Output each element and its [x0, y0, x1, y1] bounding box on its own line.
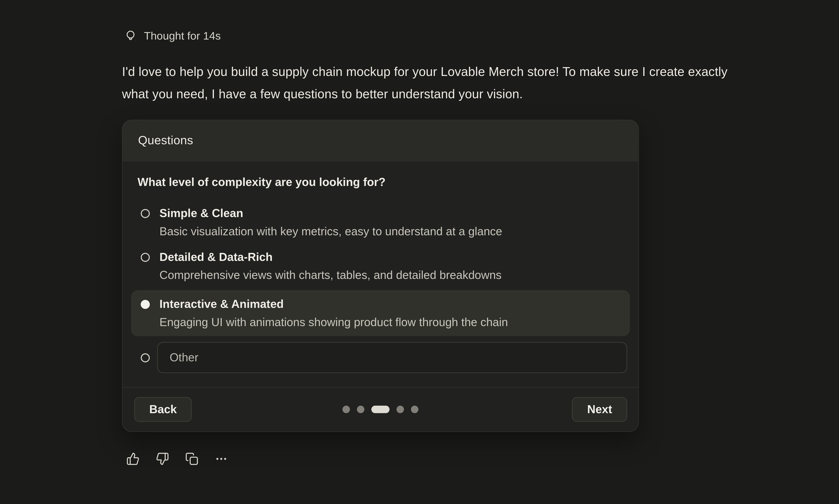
option-simple-clean[interactable]: Simple & Clean Basic visualization with … [131, 202, 630, 242]
option-label: Simple & Clean [159, 204, 502, 222]
radio-unselected-icon[interactable] [141, 353, 150, 362]
option-other[interactable] [131, 342, 630, 373]
thought-duration-label: Thought for 14s [144, 29, 221, 42]
options-list: Simple & Clean Basic visualization with … [131, 202, 630, 373]
thumbs-down-icon [156, 452, 169, 465]
option-description: Comprehensive views with charts, tables,… [159, 266, 502, 284]
copy-icon [185, 452, 198, 465]
option-label: Detailed & Data-Rich [159, 248, 502, 266]
back-button[interactable]: Back [134, 397, 192, 422]
chat-background: Thought for 14s I'd love to help you bui… [0, 0, 839, 504]
pagination-dot [397, 406, 404, 413]
question-text: What level of complexity are you looking… [138, 176, 623, 189]
lightbulb-icon [125, 29, 136, 43]
questions-card-header: Questions [123, 120, 639, 161]
pagination-dot [357, 406, 364, 413]
radio-unselected-icon[interactable] [141, 209, 150, 218]
option-description: Engaging UI with animations showing prod… [159, 313, 508, 331]
pagination-dot [411, 406, 418, 413]
option-interactive-animated[interactable]: Interactive & Animated Engaging UI with … [131, 290, 630, 336]
questions-card-footer: Back Next [123, 387, 639, 431]
option-description: Basic visualization with key metrics, ea… [159, 222, 502, 240]
questions-card-body: What level of complexity are you looking… [123, 161, 639, 387]
copy-button[interactable] [185, 452, 198, 465]
thumbs-up-button[interactable] [126, 452, 140, 465]
thought-summary-toggle[interactable]: Thought for 14s [125, 29, 759, 43]
message-actions-row [126, 452, 759, 465]
more-options-button[interactable] [214, 452, 228, 465]
pagination-dots [343, 406, 418, 413]
option-label: Interactive & Animated [159, 295, 508, 313]
option-detailed-data-rich[interactable]: Detailed & Data-Rich Comprehensive views… [131, 247, 630, 286]
questions-card: Questions What level of complexity are y… [122, 120, 639, 432]
pagination-dot-active [371, 406, 390, 413]
thumbs-up-icon [126, 452, 139, 465]
radio-selected-icon[interactable] [141, 300, 150, 309]
next-button[interactable]: Next [572, 397, 627, 422]
assistant-message-text: I'd love to help you build a supply chai… [122, 60, 748, 105]
radio-unselected-icon[interactable] [141, 253, 150, 262]
more-options-icon [214, 452, 228, 465]
assistant-turn: Thought for 14s I'd love to help you bui… [122, 29, 759, 466]
other-option-input[interactable] [157, 342, 627, 373]
pagination-dot [343, 406, 350, 413]
thumbs-down-button[interactable] [155, 452, 169, 465]
card-title: Questions [138, 134, 193, 148]
